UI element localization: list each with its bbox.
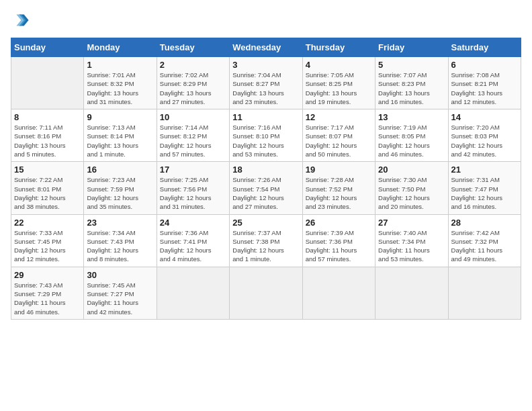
calendar-cell: 14Sunrise: 7:20 AM Sunset: 8:03 PM Dayli… <box>448 109 521 162</box>
calendar-cell: 1Sunrise: 7:01 AM Sunset: 8:32 PM Daylig… <box>84 57 157 109</box>
calendar-cell <box>157 267 229 319</box>
day-number: 12 <box>306 112 372 122</box>
day-info: Sunrise: 7:45 AM Sunset: 7:27 PM Dayligh… <box>87 281 153 316</box>
day-number: 25 <box>232 218 299 228</box>
calendar-cell: 25Sunrise: 7:37 AM Sunset: 7:38 PM Dayli… <box>230 214 302 267</box>
calendar-cell: 24Sunrise: 7:36 AM Sunset: 7:41 PM Dayli… <box>157 214 229 267</box>
day-info: Sunrise: 7:08 AM Sunset: 8:21 PM Dayligh… <box>451 71 518 106</box>
day-info: Sunrise: 7:14 AM Sunset: 8:12 PM Dayligh… <box>160 123 226 158</box>
day-number: 17 <box>160 165 226 175</box>
weekday-header: Sunday <box>11 38 84 57</box>
calendar-cell: 22Sunrise: 7:33 AM Sunset: 7:45 PM Dayli… <box>11 214 84 267</box>
calendar-cell: 28Sunrise: 7:42 AM Sunset: 7:32 PM Dayli… <box>448 214 521 267</box>
calendar-cell <box>448 267 521 319</box>
weekday-header: Saturday <box>448 38 521 57</box>
calendar-table: SundayMondayTuesdayWednesdayThursdayFrid… <box>11 38 521 320</box>
weekday-header: Wednesday <box>230 38 302 57</box>
day-number: 22 <box>14 218 81 228</box>
day-info: Sunrise: 7:25 AM Sunset: 7:56 PM Dayligh… <box>160 175 226 211</box>
day-info: Sunrise: 7:23 AM Sunset: 7:59 PM Dayligh… <box>87 175 153 211</box>
calendar-week-row: 15Sunrise: 7:22 AM Sunset: 8:01 PM Dayli… <box>11 162 521 214</box>
calendar-cell: 9Sunrise: 7:13 AM Sunset: 8:14 PM Daylig… <box>84 109 157 162</box>
day-number: 9 <box>87 112 153 122</box>
calendar-cell: 8Sunrise: 7:11 AM Sunset: 8:16 PM Daylig… <box>11 109 84 162</box>
day-info: Sunrise: 7:40 AM Sunset: 7:34 PM Dayligh… <box>378 228 445 264</box>
calendar-cell: 2Sunrise: 7:02 AM Sunset: 8:29 PM Daylig… <box>157 57 229 109</box>
calendar-cell: 30Sunrise: 7:45 AM Sunset: 7:27 PM Dayli… <box>84 267 157 319</box>
day-info: Sunrise: 7:11 AM Sunset: 8:16 PM Dayligh… <box>14 123 81 158</box>
day-info: Sunrise: 7:43 AM Sunset: 7:29 PM Dayligh… <box>14 281 81 316</box>
day-number: 15 <box>14 165 81 175</box>
calendar-cell: 27Sunrise: 7:40 AM Sunset: 7:34 PM Dayli… <box>375 214 448 267</box>
day-number: 20 <box>378 165 445 175</box>
day-number: 21 <box>451 165 518 175</box>
calendar-cell <box>11 57 84 109</box>
day-info: Sunrise: 7:39 AM Sunset: 7:36 PM Dayligh… <box>306 228 372 264</box>
calendar-cell: 19Sunrise: 7:28 AM Sunset: 7:52 PM Dayli… <box>302 162 375 214</box>
day-number: 5 <box>378 60 445 70</box>
day-info: Sunrise: 7:16 AM Sunset: 8:10 PM Dayligh… <box>232 123 299 158</box>
calendar-cell: 10Sunrise: 7:14 AM Sunset: 8:12 PM Dayli… <box>157 109 229 162</box>
calendar-cell: 17Sunrise: 7:25 AM Sunset: 7:56 PM Dayli… <box>157 162 229 214</box>
day-number: 27 <box>378 218 445 228</box>
day-info: Sunrise: 7:36 AM Sunset: 7:41 PM Dayligh… <box>160 228 226 264</box>
day-number: 13 <box>378 112 445 122</box>
day-info: Sunrise: 7:34 AM Sunset: 7:43 PM Dayligh… <box>87 228 153 264</box>
day-number: 26 <box>306 218 372 228</box>
calendar-cell: 13Sunrise: 7:19 AM Sunset: 8:05 PM Dayli… <box>375 109 448 162</box>
day-info: Sunrise: 7:37 AM Sunset: 7:38 PM Dayligh… <box>232 228 299 264</box>
day-number: 18 <box>232 165 299 175</box>
day-info: Sunrise: 7:33 AM Sunset: 7:45 PM Dayligh… <box>14 228 81 264</box>
day-info: Sunrise: 7:05 AM Sunset: 8:25 PM Dayligh… <box>306 71 372 106</box>
calendar-cell: 23Sunrise: 7:34 AM Sunset: 7:43 PM Dayli… <box>84 214 157 267</box>
calendar-week-row: 1Sunrise: 7:01 AM Sunset: 8:32 PM Daylig… <box>11 57 521 109</box>
calendar-week-row: 22Sunrise: 7:33 AM Sunset: 7:45 PM Dayli… <box>11 214 521 267</box>
calendar-cell: 20Sunrise: 7:30 AM Sunset: 7:50 PM Dayli… <box>375 162 448 214</box>
day-info: Sunrise: 7:28 AM Sunset: 7:52 PM Dayligh… <box>306 175 372 211</box>
day-number: 14 <box>451 112 518 122</box>
page-header <box>11 11 521 30</box>
day-number: 11 <box>232 112 299 122</box>
day-info: Sunrise: 7:26 AM Sunset: 7:54 PM Dayligh… <box>232 175 299 211</box>
logo <box>11 11 32 30</box>
calendar-cell: 18Sunrise: 7:26 AM Sunset: 7:54 PM Dayli… <box>230 162 302 214</box>
day-info: Sunrise: 7:04 AM Sunset: 8:27 PM Dayligh… <box>232 71 299 106</box>
day-number: 16 <box>87 165 153 175</box>
logo-icon <box>11 11 30 30</box>
calendar-cell: 4Sunrise: 7:05 AM Sunset: 8:25 PM Daylig… <box>302 57 375 109</box>
day-number: 2 <box>160 60 226 70</box>
day-info: Sunrise: 7:20 AM Sunset: 8:03 PM Dayligh… <box>451 123 518 158</box>
calendar-cell: 21Sunrise: 7:31 AM Sunset: 7:47 PM Dayli… <box>448 162 521 214</box>
calendar-cell: 12Sunrise: 7:17 AM Sunset: 8:07 PM Dayli… <box>302 109 375 162</box>
calendar-cell: 15Sunrise: 7:22 AM Sunset: 8:01 PM Dayli… <box>11 162 84 214</box>
page-container: SundayMondayTuesdayWednesdayThursdayFrid… <box>0 0 532 325</box>
weekday-header: Monday <box>84 38 157 57</box>
calendar-cell: 3Sunrise: 7:04 AM Sunset: 8:27 PM Daylig… <box>230 57 302 109</box>
calendar-cell: 29Sunrise: 7:43 AM Sunset: 7:29 PM Dayli… <box>11 267 84 319</box>
day-number: 28 <box>451 218 518 228</box>
calendar-cell <box>375 267 448 319</box>
day-info: Sunrise: 7:01 AM Sunset: 8:32 PM Dayligh… <box>87 71 153 106</box>
calendar-cell: 5Sunrise: 7:07 AM Sunset: 8:23 PM Daylig… <box>375 57 448 109</box>
day-number: 3 <box>232 60 299 70</box>
day-number: 1 <box>87 60 153 70</box>
calendar-cell: 26Sunrise: 7:39 AM Sunset: 7:36 PM Dayli… <box>302 214 375 267</box>
day-info: Sunrise: 7:42 AM Sunset: 7:32 PM Dayligh… <box>451 228 518 264</box>
day-info: Sunrise: 7:19 AM Sunset: 8:05 PM Dayligh… <box>378 123 445 158</box>
calendar-cell: 16Sunrise: 7:23 AM Sunset: 7:59 PM Dayli… <box>84 162 157 214</box>
day-number: 23 <box>87 218 153 228</box>
header-row: SundayMondayTuesdayWednesdayThursdayFrid… <box>11 38 521 57</box>
day-number: 6 <box>451 60 518 70</box>
day-info: Sunrise: 7:31 AM Sunset: 7:47 PM Dayligh… <box>451 175 518 211</box>
day-number: 10 <box>160 112 226 122</box>
weekday-header: Tuesday <box>157 38 229 57</box>
day-number: 8 <box>14 112 81 122</box>
day-info: Sunrise: 7:07 AM Sunset: 8:23 PM Dayligh… <box>378 71 445 106</box>
calendar-week-row: 29Sunrise: 7:43 AM Sunset: 7:29 PM Dayli… <box>11 267 521 319</box>
day-info: Sunrise: 7:17 AM Sunset: 8:07 PM Dayligh… <box>306 123 372 158</box>
weekday-header: Friday <box>375 38 448 57</box>
day-number: 4 <box>306 60 372 70</box>
calendar-cell <box>302 267 375 319</box>
day-number: 30 <box>87 270 153 280</box>
calendar-cell <box>230 267 302 319</box>
